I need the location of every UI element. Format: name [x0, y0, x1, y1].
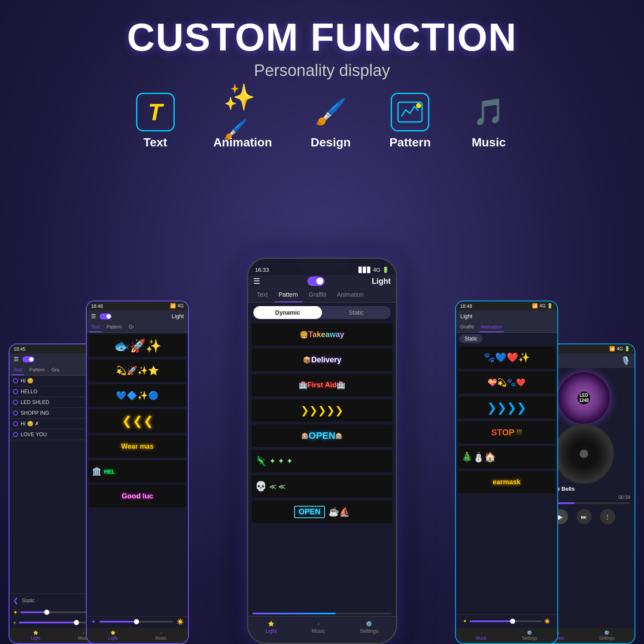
center-panel-creature[interactable]: 🦎 ✦ ✦ ✦	[252, 450, 392, 472]
light-label-l2: Light	[108, 636, 118, 641]
slider-l2[interactable]	[100, 621, 173, 623]
item-label-6: LOVE YOU	[21, 431, 47, 437]
slider-fill-speed-1	[19, 622, 76, 623]
left-phone-2-tab-pattern[interactable]: Pattern	[105, 322, 123, 332]
r1-bottom-settings[interactable]: ⚙️ Settings	[522, 630, 537, 641]
r1-slider-track[interactable]	[470, 620, 541, 622]
settings-nav-label: Settings	[360, 628, 378, 634]
r1-arrow-1: ❯	[487, 401, 497, 415]
music-disc-label: LED 1248	[579, 393, 589, 403]
left-phone-2-controls: ✦ ☀️	[88, 616, 187, 627]
center-panel-firstaid[interactable]: 🏥 First Aid 🏥	[252, 374, 392, 396]
firstaid-text: First Aid	[307, 381, 337, 389]
design-icon-symbol: 🖌️	[315, 97, 347, 127]
right-phone-2-signal: 📶 4G 🔋	[609, 346, 630, 352]
song-time: 00:39	[618, 495, 630, 500]
pixel-icon-l2: 🏛️	[92, 467, 101, 476]
r2-bottom-settings[interactable]: ⚙️ Settings	[599, 630, 614, 641]
center-nav-light[interactable]: ⭐ Light	[266, 621, 277, 634]
center-tab-graffiti[interactable]: Graffiti	[304, 288, 331, 302]
animation-icon-symbol: ✨🖌️	[223, 82, 262, 142]
left-phone-2-tab-text[interactable]: Text	[89, 322, 101, 332]
phones-container: 18:45 📶 4G ☰ Light Text Pattern Gra Hi 😊	[0, 193, 644, 644]
left-phone-2-tab-gr[interactable]: Gr	[127, 322, 136, 332]
chevron-left-icon: ❮	[13, 596, 18, 605]
right-phone-1-signal: 📶 4G 🔋	[532, 303, 553, 309]
arrow-l-4: ❯	[326, 404, 335, 416]
static-button[interactable]: Static	[322, 306, 391, 319]
slider-thumb-1	[44, 610, 49, 615]
open-text: OPEN	[309, 430, 335, 441]
creature-icon: 🦎	[255, 456, 267, 467]
left-phone-2-content: 🐟🚀✨ 💫🚀✨⭐ 💙🔷✨🔵 ❮ ❮ ❮	[87, 333, 188, 628]
design-icon: 🖌️	[311, 93, 350, 131]
r1-pixel-1: 🐾💙❤️✨	[483, 352, 530, 363]
bottom-bar-light-l2[interactable]: ⭐ Light	[108, 630, 118, 641]
r1-wearmask-panel: earmask	[458, 471, 556, 493]
item-label-2: HELLO	[21, 389, 37, 395]
center-panel-delivery[interactable]: 📦 Delivery	[252, 349, 392, 371]
center-tab-animation[interactable]: Animation	[333, 288, 368, 302]
pattern-icon-label: Pattern	[389, 136, 431, 149]
left-phone-1-toggle[interactable]	[22, 356, 34, 362]
center-nav-settings[interactable]: ⚙️ Settings	[360, 621, 378, 634]
skull-icon: 💀	[255, 481, 267, 492]
left-phone-2-signal: 📶 4G	[170, 303, 184, 309]
left-phone-2-menu-icon: ☰	[91, 313, 96, 319]
music-nav-icon: ♪	[317, 621, 319, 627]
arrow-l-3: ❯	[318, 404, 326, 416]
light-icon-1: ⭐	[33, 630, 38, 635]
icon-item-animation: ✨🖌️ Animation	[213, 93, 272, 149]
takeaway-text: Takeaway	[308, 330, 344, 339]
right-phone-1-tab-graffiti[interactable]: Graffiti	[459, 322, 476, 332]
icon-item-music: 🎵 Music	[469, 93, 508, 149]
r1-slider: ✦ ☀️	[459, 617, 554, 626]
bottom-bar-light-1[interactable]: ⭐ Light	[31, 630, 40, 641]
center-tab-pattern[interactable]: Pattern	[274, 288, 302, 302]
r1-slider-thumb	[510, 619, 515, 624]
right-phone-1-tab-animation[interactable]: Animation	[479, 322, 504, 332]
center-panel-open[interactable]: 🎰 OPEN 🎰	[252, 425, 392, 447]
more-options-button[interactable]: ⋮	[600, 509, 615, 524]
fast-forward-button[interactable]: ⏭	[577, 509, 592, 524]
center-nav-music[interactable]: ♪ Music	[312, 621, 325, 634]
left-phone-1-time: 18:45	[14, 346, 26, 352]
open-icon-l: 🎰	[301, 432, 309, 439]
skull-text: ≪ ≪	[269, 483, 286, 491]
left-phone-1-tab-pattern[interactable]: Pattern	[27, 365, 46, 375]
center-arrows-panel: ❯ ❯ ❯ ❯ ❯	[252, 399, 392, 422]
r1-music-label: Music	[476, 636, 487, 641]
pixel-art-1: 🐟🚀✨	[114, 338, 161, 353]
left-phone-1-tab-gr[interactable]: Gra	[50, 365, 61, 375]
good-luck-panel-l2: Good luc	[88, 485, 186, 507]
stop-excl: !!!	[516, 428, 522, 436]
music-icon-symbol: 🎵	[473, 97, 505, 127]
pattern-icon-svg	[397, 101, 423, 123]
r1-scene-icon: 🎄⛄🏠	[461, 452, 496, 463]
center-panel-skull[interactable]: 💀 ≪ ≪	[252, 475, 392, 498]
left-phone-2-status-bar: 18:48 📶 4G	[87, 301, 188, 310]
center-panel-takeaway[interactable]: 🍔 Takeaway	[252, 323, 392, 346]
light-nav-label: Light	[266, 628, 277, 634]
center-progress-fill	[252, 613, 336, 614]
left-phone-1-tab-text[interactable]: Text	[12, 365, 24, 375]
led-panel-l2-2: 💫🚀✨⭐	[88, 359, 186, 382]
item-label-1: Hi 😊	[21, 378, 33, 384]
arrows-row-l2: ❮ ❮ ❮	[88, 409, 186, 433]
center-phone-notch	[296, 259, 348, 271]
r1-arrow-4: ❯	[516, 401, 526, 415]
center-panel-open-outline[interactable]: OPEN ☕ ⛵	[252, 501, 392, 523]
r1-wearmask-text: earmask	[493, 478, 521, 486]
r1-arrows: ❯ ❯ ❯ ❯	[458, 396, 556, 419]
center-tab-text[interactable]: Text	[252, 288, 272, 302]
bottom-bar-music-l2[interactable]: ♪ Music	[155, 630, 167, 641]
center-toggle[interactable]	[307, 276, 325, 286]
left-phone-2-toggle[interactable]	[100, 313, 112, 319]
r1-bottom-music[interactable]: ♪ Music	[476, 630, 487, 641]
center-menu-icon[interactable]: ☰	[253, 276, 260, 286]
firstaid-icon-2: 🏥	[337, 381, 345, 389]
dynamic-button[interactable]: Dynamic	[253, 306, 322, 319]
r1-panel-2: 💝💫🐾❤️	[458, 371, 556, 394]
right-phone-1-controls: ✦ ☀️	[456, 614, 557, 628]
chevron-1: ❮	[122, 414, 132, 428]
